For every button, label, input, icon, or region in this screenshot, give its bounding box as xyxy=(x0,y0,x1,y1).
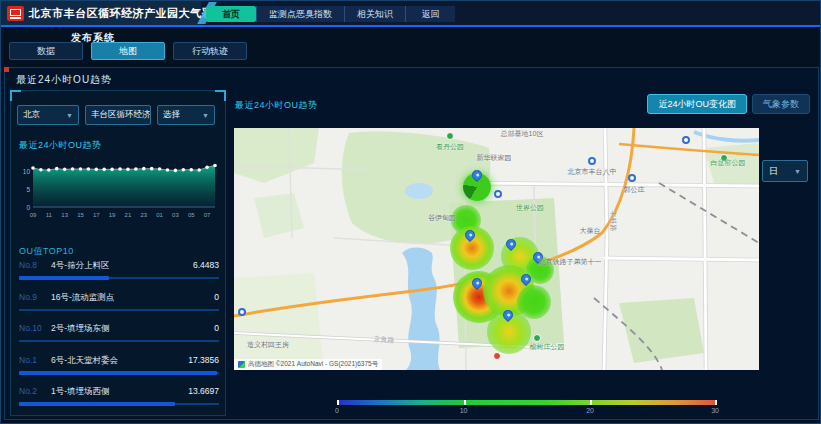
legend-tick xyxy=(464,400,466,405)
svg-text:10: 10 xyxy=(23,168,31,175)
map-label: 大葆台 xyxy=(580,226,601,236)
attribution-text: 高德地图 ©2021 AutoNavi - GS(2021)6375号 xyxy=(248,360,378,369)
top-header: 北京市丰台区循环经济产业园大气恶臭状况实时 首页 监测点恶臭指数 相关知识 返回 xyxy=(1,1,820,27)
metro-station-icon xyxy=(588,157,596,165)
map-label: 郭公庄 xyxy=(624,185,645,195)
ou-value: 0 xyxy=(214,323,219,333)
svg-text:5: 5 xyxy=(26,186,30,193)
metro-station-icon xyxy=(238,308,246,316)
svg-text:23: 23 xyxy=(140,212,147,218)
park-poi-icon xyxy=(446,132,454,140)
site-select-value: 选择 xyxy=(163,109,180,121)
rank-label: No.10 xyxy=(19,323,45,333)
map-overlays: 看丹公园总部基地10区新华联家园北京市丰台八中郭公庄世界公园大葆台白盆窑公园谷伊… xyxy=(234,128,759,370)
map-mode-buttons: 近24小时OU变化图 气象参数 xyxy=(647,94,810,114)
svg-text:05: 05 xyxy=(188,212,195,218)
map-param-value: 日 xyxy=(769,165,778,178)
list-item[interactable]: No.8 4号-筛分上料区 6.4483 xyxy=(19,257,219,289)
park-select-value: 丰台区循环经济产 xyxy=(91,109,151,121)
svg-text:19: 19 xyxy=(109,212,116,218)
svg-text:01: 01 xyxy=(156,212,163,218)
svg-text:17: 17 xyxy=(93,212,100,218)
map-label: 看丹公园 xyxy=(436,142,464,152)
site-name: 16号-流动监测点 xyxy=(51,292,208,304)
map-label: 总部基地10区 xyxy=(501,129,544,139)
map-label: 造义村回王房 xyxy=(247,340,289,350)
panel-title: 最近24小时OU趋势 xyxy=(16,73,112,87)
tab-map[interactable]: 地图 xyxy=(91,42,165,60)
progress-track xyxy=(19,340,219,342)
city-select-value: 北京 xyxy=(23,109,40,121)
hospital-poi-icon xyxy=(493,352,501,360)
amap-logo-icon xyxy=(238,361,245,368)
progress-bar xyxy=(19,371,217,375)
legend-tick xyxy=(337,400,339,405)
rank-label: No.2 xyxy=(19,386,45,396)
ou-change-map-button[interactable]: 近24小时OU变化图 xyxy=(647,94,747,114)
map-label: 丰科路 xyxy=(608,211,618,232)
nav-tab-back[interactable]: 返回 xyxy=(405,6,455,22)
list-item[interactable]: No.9 16号-流动监测点 0 xyxy=(19,289,219,321)
svg-text:0: 0 xyxy=(26,204,30,211)
ou-top-list: No.8 4号-筛分上料区 6.4483 No.9 16号-流动监测点 0 xyxy=(19,257,219,415)
metro-station-icon xyxy=(628,174,636,182)
legend-label: 30 xyxy=(711,407,719,414)
progress-track xyxy=(19,309,219,311)
legend-gradient-bar xyxy=(337,400,717,405)
svg-text:13: 13 xyxy=(61,212,68,218)
nav-tab-odor-index[interactable]: 监测点恶臭指数 xyxy=(256,6,344,22)
list-item[interactable]: No.2 1号-填埋场西侧 13.6697 xyxy=(19,383,219,415)
svg-text:03: 03 xyxy=(172,212,179,218)
site-select[interactable]: 选择 ▼ xyxy=(157,105,215,125)
park-poi-icon xyxy=(720,154,728,162)
legend-label: 0 xyxy=(335,407,339,414)
legend-tick xyxy=(590,400,592,405)
tab-track[interactable]: 行动轨迹 xyxy=(173,42,247,60)
progress-bar xyxy=(19,276,109,280)
site-name: 2号-填埋场东侧 xyxy=(51,323,208,335)
nav-tab-home[interactable]: 首页 xyxy=(206,6,256,22)
nav-tab-knowledge[interactable]: 相关知识 xyxy=(344,6,405,22)
weather-params-button[interactable]: 气象参数 xyxy=(752,94,810,114)
svg-text:15: 15 xyxy=(77,212,84,218)
site-name: 1号-填埋场西侧 xyxy=(51,386,182,398)
site-name: 4号-筛分上料区 xyxy=(51,260,187,272)
ou-value: 17.3856 xyxy=(188,355,219,365)
chevron-down-icon: ▼ xyxy=(794,168,801,175)
dashboard-root: 北京市丰台区循环经济产业园大气恶臭状况实时 首页 监测点恶臭指数 相关知识 返回… xyxy=(0,0,821,424)
ou-value: 0 xyxy=(214,292,219,302)
map-label: 榆树庄公园 xyxy=(530,342,565,352)
heatmap-legend: 0 10 20 30 xyxy=(337,400,717,416)
park-select[interactable]: 丰台区循环经济产 ▼ xyxy=(85,105,151,125)
panel-corner-accent xyxy=(4,67,9,72)
legend-label: 10 xyxy=(460,407,468,414)
map-canvas[interactable]: 看丹公园总部基地10区新华联家园北京市丰台八中郭公庄世界公园大葆台白盆窑公园谷伊… xyxy=(234,128,759,370)
map-label: 北京市丰台八中 xyxy=(568,167,617,177)
app-logo-icon xyxy=(7,6,24,21)
rank-label: No.8 xyxy=(19,260,45,270)
svg-text:11: 11 xyxy=(46,212,53,218)
ou-trend-chart: 0510091113151719212301030507 xyxy=(17,151,221,233)
map-label: 白盆窑公园 xyxy=(711,158,746,168)
list-item[interactable]: No.10 2号-填埋场东侧 0 xyxy=(19,320,219,352)
progress-bar xyxy=(19,402,175,406)
left-sidebar: 北京 ▼ 丰台区循环经济产 ▼ 选择 ▼ 最近24小时OU趋势 05100911… xyxy=(10,90,226,416)
ou-value: 13.6697 xyxy=(188,386,219,396)
svg-text:09: 09 xyxy=(30,212,37,218)
ou-value: 6.4483 xyxy=(193,260,219,270)
map-section-title: 最近24小时OU趋势 xyxy=(235,99,318,112)
map-label: 新华联家园 xyxy=(477,153,512,163)
map-label: 京良路 xyxy=(373,334,395,345)
park-poi-icon xyxy=(533,334,541,342)
rank-label: No.1 xyxy=(19,355,45,365)
map-param-select[interactable]: 日 ▼ xyxy=(762,160,808,182)
view-tabs: 数据 地图 行动轨迹 xyxy=(9,42,247,60)
rank-label: No.9 xyxy=(19,292,45,302)
map-label: 世界公园 xyxy=(516,203,544,213)
site-name: 6号-北天堂村委会 xyxy=(51,355,182,367)
tab-data[interactable]: 数据 xyxy=(9,42,83,60)
city-select[interactable]: 北京 ▼ xyxy=(17,105,79,125)
list-item[interactable]: No.1 6号-北天堂村委会 17.3856 xyxy=(19,352,219,384)
chevron-down-icon: ▼ xyxy=(202,112,209,119)
main-nav: 首页 监测点恶臭指数 相关知识 返回 xyxy=(206,6,455,22)
